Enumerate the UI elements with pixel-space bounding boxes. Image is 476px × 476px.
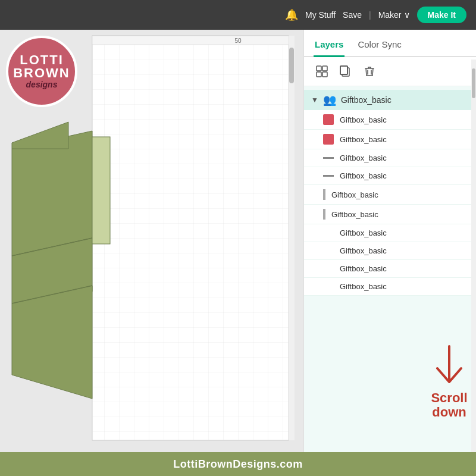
mystuff-link[interactable]: My Stuff	[305, 10, 336, 20]
svg-rect-19	[340, 66, 347, 74]
layer-line-icon	[323, 157, 334, 159]
layer-item[interactable]: Giftbox_basic	[304, 167, 476, 185]
layer-color-red2	[323, 134, 334, 145]
bell-icon[interactable]: 🔔	[285, 8, 298, 21]
layer-item[interactable]: Giftbox_basic	[304, 185, 476, 205]
top-nav: 🔔 My Stuff Save | Maker ∨ Make It	[0, 0, 476, 30]
layer-color-red	[323, 114, 334, 125]
svg-marker-5	[12, 131, 92, 256]
layer-item[interactable]: Giftbox_basic	[304, 130, 476, 149]
layer-item-name: Giftbox_basic	[340, 228, 387, 237]
layer-item-name: Giftbox_basic	[340, 115, 387, 124]
layer-bar-icon	[323, 189, 325, 200]
panel-scrollbar-thumb	[472, 68, 475, 98]
chevron-down-icon: ∨	[404, 10, 410, 20]
tab-colorsync[interactable]: Color Sync	[356, 36, 402, 57]
layer-item[interactable]: Giftbox_basic	[304, 260, 476, 278]
panel-scrollbar[interactable]	[471, 60, 476, 452]
svg-rect-16	[317, 72, 321, 77]
panel-tabs: Layers Color Sync	[304, 30, 476, 57]
layer-bar-icon2	[323, 209, 325, 220]
maker-menu[interactable]: Maker ∨	[378, 10, 410, 20]
logo-line3: designs	[26, 80, 58, 90]
svg-marker-7	[12, 286, 92, 399]
layer-item[interactable]: Giftbox_basic	[304, 110, 476, 130]
right-panel: Layers Color Sync	[303, 30, 476, 452]
svg-rect-2	[92, 36, 289, 440]
svg-rect-17	[322, 72, 327, 77]
layer-item-name: Giftbox_basic	[340, 171, 387, 180]
make-it-button[interactable]: Make It	[417, 7, 466, 23]
group-people-icon: 👥	[323, 93, 336, 107]
delete-icon[interactable]	[361, 63, 378, 80]
layer-item[interactable]: Giftbox_basic	[304, 149, 476, 167]
layer-item-name: Giftbox_basic	[340, 135, 387, 144]
duplicate-icon[interactable]	[337, 63, 354, 80]
svg-rect-15	[322, 66, 327, 71]
save-link[interactable]: Save	[343, 10, 362, 20]
footer: LottiBrownDesigns.com	[0, 452, 476, 476]
layer-item[interactable]: Giftbox_basic	[304, 205, 476, 224]
layer-line-icon2	[323, 175, 334, 177]
nav-divider: |	[369, 10, 371, 20]
layer-item[interactable]: Giftbox_basic	[304, 224, 476, 242]
footer-text: LottiBrownDesigns.com	[173, 458, 303, 471]
svg-rect-13	[289, 48, 294, 83]
layer-item-name: Giftbox_basic	[340, 246, 387, 255]
canvas-area[interactable]: LOTTI BROWN designs 50	[0, 30, 303, 452]
layer-item-name: Giftbox_basic	[340, 282, 387, 291]
svg-rect-14	[317, 66, 321, 71]
group-name: Giftbox_basic	[341, 95, 392, 105]
panel-toolbar	[304, 57, 476, 86]
svg-rect-12	[289, 36, 295, 440]
layer-item-name: Giftbox_basic	[340, 154, 387, 162]
layer-item-name: Giftbox_basic	[331, 190, 378, 199]
layer-item[interactable]: Giftbox_basic	[304, 242, 476, 260]
group-icon[interactable]	[314, 63, 330, 80]
layer-item[interactable]: Giftbox_basic	[304, 278, 476, 296]
logo-circle: LOTTI BROWN designs	[6, 36, 77, 107]
layer-item-name: Giftbox_basic	[340, 264, 387, 273]
logo-line2: BROWN	[13, 67, 70, 80]
svg-marker-8	[12, 122, 68, 149]
layers-list[interactable]: ▼ 👥 Giftbox_basic Giftbox_basic Giftbox_…	[304, 86, 476, 452]
main-content: LOTTI BROWN designs 50	[0, 30, 476, 452]
group-expand-arrow: ▼	[311, 96, 318, 104]
svg-text:50: 50	[234, 37, 242, 44]
tab-layers[interactable]: Layers	[314, 36, 345, 57]
logo-line1: LOTTI	[20, 54, 64, 67]
layer-item-name: Giftbox_basic	[331, 210, 378, 219]
svg-rect-9	[92, 137, 110, 244]
layer-group-header[interactable]: ▼ 👥 Giftbox_basic	[304, 90, 476, 110]
svg-rect-3	[92, 36, 289, 45]
